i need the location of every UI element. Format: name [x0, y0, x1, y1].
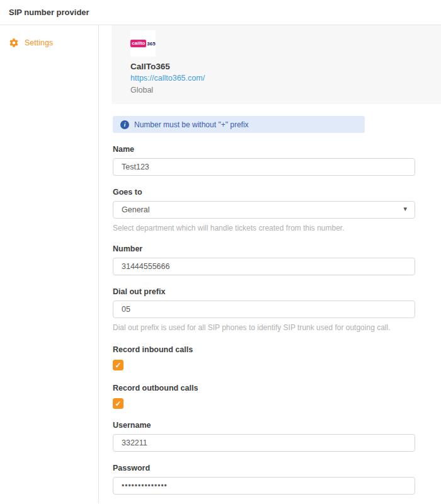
check-icon: ✓	[115, 400, 121, 408]
body-layout: Settings callto 365 CallTo365 https://ca…	[0, 25, 441, 503]
record-inbound-field-group: Record inbound calls ✓	[113, 345, 415, 370]
sidebar-item-settings[interactable]: Settings	[0, 25, 98, 48]
check-icon: ✓	[115, 362, 121, 369]
chevron-down-icon: ▾	[403, 205, 407, 213]
username-input[interactable]	[113, 434, 415, 452]
sidebar: Settings	[0, 25, 99, 503]
main-content: callto 365 CallTo365 https://callto365.c…	[99, 25, 441, 503]
dial-out-prefix-label: Dial out prefix	[113, 287, 415, 296]
logo-callto-text: callto	[130, 40, 146, 47]
password-field-group: Password	[113, 464, 415, 495]
provider-header: callto 365 CallTo365 https://callto365.c…	[112, 25, 441, 104]
username-label: Username	[113, 421, 415, 430]
password-label: Password	[113, 464, 415, 472]
number-field-group: Number	[113, 244, 415, 275]
provider-url-link[interactable]: https://callto365.com/	[130, 74, 205, 83]
record-outbound-label: Record outbound calls	[113, 384, 415, 392]
logo-365-text: 365	[147, 41, 155, 47]
goes-to-select[interactable]: General ▾	[113, 201, 415, 219]
goes-to-selected-value: General	[122, 205, 149, 214]
provider-scope: Global	[130, 86, 441, 94]
provider-form: i Number must be without "+" prefix Name…	[113, 116, 415, 504]
password-input[interactable]	[113, 477, 415, 495]
goes-to-helper-text: Select department which will handle tick…	[113, 224, 415, 232]
username-field-group: Username	[113, 421, 415, 452]
dial-out-prefix-input[interactable]	[113, 301, 415, 318]
info-banner: i Number must be without "+" prefix	[113, 116, 365, 133]
record-outbound-field-group: Record outbound calls ✓	[113, 384, 415, 409]
callto365-logo-icon: callto 365	[130, 40, 155, 47]
provider-logo: callto 365	[130, 30, 156, 57]
name-input[interactable]	[113, 158, 415, 176]
number-label: Number	[113, 244, 415, 253]
info-icon: i	[120, 120, 129, 129]
record-inbound-label: Record inbound calls	[113, 345, 415, 354]
dial-out-prefix-helper-text: Dial out prefix is used for all SIP phon…	[113, 323, 415, 332]
provider-name: CallTo365	[130, 62, 441, 71]
top-header-bar: SIP number provider	[0, 0, 441, 25]
page-title: SIP number provider	[9, 8, 89, 17]
goes-to-label: Goes to	[113, 188, 415, 197]
record-outbound-checkbox[interactable]: ✓	[113, 398, 123, 409]
name-label: Name	[113, 145, 415, 154]
gear-icon	[9, 38, 19, 48]
dial-out-prefix-field-group: Dial out prefix Dial out prefix is used …	[113, 287, 415, 332]
record-inbound-checkbox[interactable]: ✓	[113, 360, 123, 370]
sidebar-item-label: Settings	[25, 38, 53, 47]
number-input[interactable]	[113, 258, 415, 275]
info-banner-text: Number must be without "+" prefix	[134, 120, 249, 129]
goes-to-field-group: Goes to General ▾ Select department whic…	[113, 188, 415, 232]
name-field-group: Name	[113, 145, 415, 176]
